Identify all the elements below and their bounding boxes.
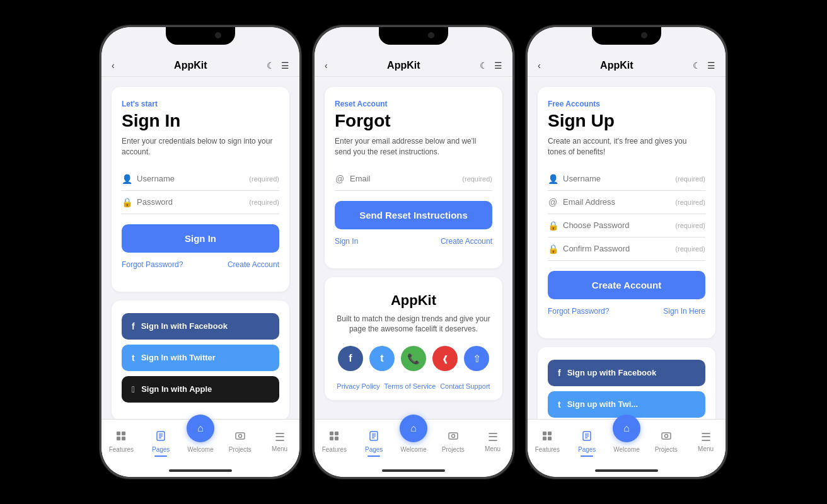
email-required: (required) — [462, 175, 492, 183]
tab-welcome-2[interactable]: ⌂ Welcome — [394, 423, 434, 459]
send-reset-button[interactable]: Send Reset Instructions — [335, 201, 492, 229]
twitter-signup-button[interactable]: t Sign up with Twi... — [548, 391, 705, 418]
home-bar-3 — [595, 469, 658, 472]
tab-projects-2[interactable]: Projects — [433, 430, 473, 453]
tab-pages-2[interactable]: Pages — [354, 430, 394, 453]
facebook-signin-label: Sign In with Facebook — [141, 321, 228, 331]
tab-features[interactable]: Features — [101, 430, 141, 453]
moon-icon[interactable]: ☾ — [267, 60, 275, 71]
twitter-signin-label: Sign In with Twitter — [141, 353, 216, 362]
share-icon: ❰ — [442, 354, 449, 364]
signin-here-link[interactable]: Sign In Here — [663, 307, 705, 316]
menu-tab-icon: ☰ — [275, 430, 285, 444]
svg-rect-10 — [330, 432, 333, 435]
support-link[interactable]: Contact Support — [440, 382, 490, 390]
home-indicator-2 — [315, 464, 512, 477]
camera — [215, 32, 221, 38]
choose-password-input[interactable] — [563, 220, 670, 230]
apple-icon:  — [132, 384, 135, 394]
confirm-password-input[interactable] — [563, 244, 670, 253]
back-icon-2[interactable]: ‹ — [325, 60, 328, 71]
privacy-link[interactable]: Privacy Policy — [337, 382, 379, 390]
signup-username-required: (required) — [675, 175, 705, 183]
appkit-phone-icon[interactable]: 📞 — [401, 346, 426, 371]
notch-3 — [592, 27, 661, 45]
card-label: Let's start — [122, 100, 279, 108]
tab-projects[interactable]: Projects — [220, 430, 260, 453]
signup-username-field: 👤 (required) — [548, 168, 705, 191]
home-button[interactable]: ⌂ — [187, 415, 214, 442]
tab-welcome-3[interactable]: ⌂ Welcome — [607, 423, 647, 459]
forgot-password-link[interactable]: Forgot Password? — [122, 260, 183, 269]
appkit-up-icon[interactable]: ⇧ — [464, 346, 489, 371]
home-indicator-3 — [528, 464, 726, 477]
notch — [166, 27, 235, 45]
email-input[interactable] — [350, 174, 457, 183]
svg-rect-21 — [548, 432, 552, 435]
signup-subtext: Create an account, it's free and gives y… — [548, 136, 705, 158]
create-account-link-2[interactable]: Create Account — [441, 237, 492, 246]
back-icon[interactable]: ‹ — [112, 60, 115, 71]
tab-welcome[interactable]: ⌂ Welcome — [181, 423, 221, 459]
password-input[interactable] — [137, 197, 244, 207]
tab-menu-3[interactable]: ☰ Menu — [686, 430, 726, 452]
create-account-button[interactable]: Create Account — [548, 271, 705, 299]
terms-link[interactable]: Terms of Service — [385, 382, 436, 390]
card-subtext: Enter your credentials below to sign int… — [122, 136, 279, 158]
email-address-input[interactable] — [563, 197, 670, 207]
features-label-2: Features — [322, 446, 347, 453]
svg-rect-0 — [117, 432, 120, 435]
appkit-card: AppKit Built to match the design trends … — [325, 277, 502, 401]
create-account-link[interactable]: Create Account — [228, 260, 279, 269]
appkit-twitter-icon[interactable]: t — [369, 346, 395, 371]
signin-link[interactable]: Sign In — [335, 237, 358, 246]
signup-username-input[interactable] — [563, 174, 670, 183]
tab-features-2[interactable]: Features — [315, 430, 354, 453]
signin-button[interactable]: Sign In — [122, 224, 279, 253]
forgot-heading: Forgot — [335, 111, 492, 131]
menu-icon-2[interactable]: ☰ — [494, 60, 502, 71]
menu-icon[interactable]: ☰ — [281, 60, 289, 71]
tab-menu-2[interactable]: ☰ Menu — [473, 430, 512, 452]
projects-label-3: Projects — [655, 446, 678, 453]
username-input[interactable] — [137, 174, 244, 183]
menu-icon-3[interactable]: ☰ — [707, 60, 715, 71]
nav-bar-3: ‹ AppKit ☾ ☰ — [528, 55, 726, 77]
appkit-title: AppKit — [335, 292, 492, 309]
tab-features-3[interactable]: Features — [528, 430, 567, 453]
appkit-facebook-icon[interactable]: f — [338, 346, 363, 371]
twitter-signin-button[interactable]: t Sign In with Twitter — [122, 345, 279, 371]
tab-pages[interactable]: Pages — [141, 430, 181, 453]
projects-icon — [234, 430, 246, 445]
phone-forgot: ‹ AppKit ☾ ☰ Reset Account Forgot Enter … — [313, 25, 514, 479]
home-icon-3: ⌂ — [623, 423, 630, 434]
tab-pages-3[interactable]: Pages — [567, 430, 607, 453]
facebook-signin-button[interactable]: f Sign In with Facebook — [122, 313, 279, 340]
welcome-label-3: Welcome — [613, 446, 640, 453]
signin-links: Forgot Password? Create Account — [122, 260, 279, 269]
home-button-2[interactable]: ⌂ — [400, 415, 427, 442]
content-signup: Free Accounts Sign Up Create an account,… — [528, 77, 726, 419]
appkit-sub: Built to match the design trends and giv… — [335, 314, 492, 335]
back-icon-3[interactable]: ‹ — [538, 60, 541, 71]
facebook-signup-button[interactable]: f Sign up with Facebook — [548, 360, 705, 386]
menu-label: Menu — [272, 445, 287, 452]
appkit-share-icon[interactable]: ❰ — [432, 346, 458, 371]
confirm-password-required: (required) — [675, 245, 705, 253]
moon-icon-3[interactable]: ☾ — [693, 60, 701, 71]
forgot-link-3[interactable]: Forgot Password? — [548, 307, 609, 316]
svg-rect-12 — [330, 437, 333, 440]
tw-icon-signup: t — [558, 399, 561, 410]
home-button-3[interactable]: ⌂ — [613, 415, 640, 442]
choose-password-required: (required) — [675, 222, 705, 229]
lock-icon-2: 🔒 — [548, 220, 558, 231]
confirm-password-field: 🔒 (required) — [548, 238, 705, 261]
fb-icon-signup: f — [558, 368, 561, 378]
apple-signin-button[interactable]:  Sign In with Apple — [122, 376, 279, 403]
projects-icon-2 — [448, 430, 459, 445]
home-bar — [169, 469, 232, 472]
pages-icon-2 — [368, 430, 379, 445]
tab-menu[interactable]: ☰ Menu — [260, 430, 299, 452]
moon-icon-2[interactable]: ☾ — [480, 60, 488, 71]
tab-projects-3[interactable]: Projects — [646, 430, 686, 453]
